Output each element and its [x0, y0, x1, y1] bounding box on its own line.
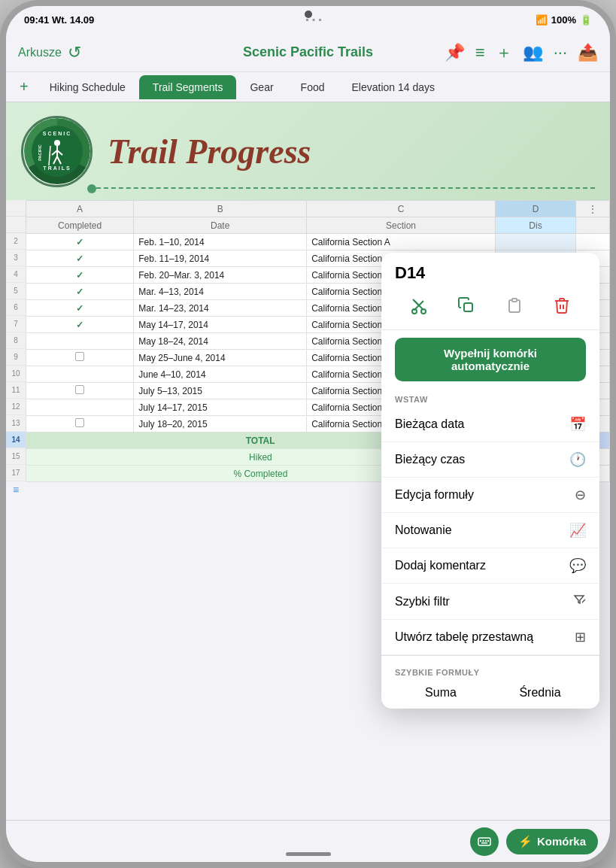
cell-a11[interactable] [26, 383, 134, 399]
more-icon[interactable]: ··· [554, 43, 567, 62]
paste-button[interactable] [498, 289, 531, 322]
menu-item-pivot[interactable]: Utwórz tabelę przestawną ⊞ [381, 620, 599, 655]
col-header-more[interactable]: ⋮ [576, 201, 610, 217]
cell-b12[interactable]: July 14–17, 2015 [134, 399, 307, 416]
pin-icon[interactable]: 📌 [445, 43, 465, 62]
cell-b9[interactable]: May 25–June 4, 2014 [134, 350, 307, 366]
cell-d2[interactable] [495, 234, 575, 250]
row-num-2: 2 [6, 233, 26, 250]
cell-b10[interactable]: June 4–10, 2014 [134, 366, 307, 383]
table-row: ✓ Feb. 1–10, 2014 California Section A [26, 234, 610, 250]
cell-b6[interactable]: Mar. 14–23, 2014 [134, 300, 307, 317]
menu-item-formula[interactable]: Edycja formuły ⊖ [381, 478, 599, 513]
sheet-header: SCENIC TRAILS PACIFIC Trai [6, 102, 610, 200]
cell-a8[interactable] [26, 333, 134, 350]
checkbox-a9[interactable] [75, 352, 84, 361]
home-indicator[interactable] [286, 852, 331, 856]
collaborate-icon[interactable]: 👥 [523, 43, 543, 62]
menu-item-time[interactable]: Bieżący czas 🕐 [381, 442, 599, 478]
formula-average[interactable]: Średnia [494, 686, 586, 700]
toolbar-left: Arkusze ↺ [18, 43, 81, 62]
cell-action-button[interactable]: ⚡ Komórka [506, 829, 598, 854]
toolbar-right: 📌 ≡ ＋ 👥 ··· 📤 [445, 41, 598, 64]
autofill-button[interactable]: Wypełnij komórki automatycznie [395, 338, 586, 381]
checkbox-a13[interactable] [75, 418, 84, 427]
menu-item-chart[interactable]: Notowanie 📈 [381, 513, 599, 548]
formula-icon[interactable]: ≡ [13, 484, 19, 496]
pivot-icon: ⊞ [575, 629, 586, 645]
row-num-7: 7 [6, 316, 26, 332]
menu-item-formula-label: Edycja formuły [395, 488, 474, 502]
row-num-17: 17 [6, 465, 26, 481]
camera-notch [305, 11, 312, 18]
cell-a3[interactable]: ✓ [26, 250, 134, 267]
tab-food[interactable]: Food [287, 75, 338, 99]
col-header-b[interactable]: B [134, 201, 307, 217]
sheet-tabs: + Hiking Schedule Trail Segments Gear Fo… [6, 72, 610, 102]
cell-b8[interactable]: May 18–24, 2014 [134, 333, 307, 350]
cell-a2[interactable]: ✓ [26, 234, 134, 250]
menu-item-filter[interactable]: Szybki filtr [381, 584, 599, 620]
cell-a13[interactable] [26, 416, 134, 432]
col-header-a[interactable]: A [26, 201, 134, 217]
cell-b3[interactable]: Feb. 11–19, 2014 [134, 250, 307, 267]
row-num-5: 5 [6, 283, 26, 299]
delete-button[interactable] [545, 289, 578, 322]
cell-b4[interactable]: Feb. 20–Mar. 3, 2014 [134, 267, 307, 284]
list-icon[interactable]: ≡ [475, 43, 485, 62]
share-icon[interactable]: 📤 [578, 43, 598, 62]
menu-item-comment-label: Dodaj komentarz [395, 559, 486, 572]
cut-button[interactable] [402, 289, 435, 322]
cell-a6[interactable]: ✓ [26, 300, 134, 317]
cell-b11[interactable]: July 5–13, 2015 [134, 383, 307, 399]
cell-b13[interactable]: July 18–20, 2015 [134, 416, 307, 432]
toolbar: Arkusze ↺ Scenic Pacific Trails 📌 ≡ ＋ 👥 … [6, 33, 610, 72]
svg-rect-21 [481, 842, 487, 844]
menu-item-comment[interactable]: Dodaj komentarz 💬 [381, 548, 599, 584]
tab-gear[interactable]: Gear [236, 75, 287, 99]
cell-a7[interactable]: ✓ [26, 317, 134, 333]
add-sheet-button[interactable]: ＋ [496, 41, 512, 64]
row-num-8: 8 [6, 332, 26, 349]
popup-cell-ref: D14 [381, 253, 599, 289]
row-num-14: 14 [6, 432, 26, 448]
quick-formulas-section: SZYBKIE FORMUŁY Suma Średnia [381, 655, 599, 709]
svg-rect-20 [487, 840, 489, 842]
cell-b2[interactable]: Feb. 1–10, 2014 [134, 234, 307, 250]
row-num-12: 12 [6, 399, 26, 415]
checkbox-a11[interactable] [75, 385, 84, 394]
menu-item-date[interactable]: Bieżąca data 📅 [381, 407, 599, 442]
row-num-9: 9 [6, 349, 26, 366]
svg-rect-19 [485, 840, 487, 842]
row-num-13: 13 [6, 415, 26, 432]
cell-b7[interactable]: May 14–17, 2014 [134, 317, 307, 333]
col-label-b: Date [134, 217, 307, 234]
quick-formulas-row: Suma Średnia [381, 680, 599, 709]
col-header-d[interactable]: D [495, 201, 575, 217]
menu-item-date-label: Bieżąca data [395, 417, 465, 431]
svg-line-15 [582, 599, 585, 602]
tab-hiking-schedule[interactable]: Hiking Schedule [36, 75, 139, 99]
undo-button[interactable]: ↺ [68, 43, 81, 62]
add-tab-button[interactable]: + [12, 78, 36, 96]
col-label-d: Dis [495, 217, 575, 234]
svg-text:TRAILS: TRAILS [43, 165, 71, 171]
cell-c2[interactable]: California Section A [307, 234, 496, 250]
sheet-title: Trail Progress [108, 132, 311, 171]
cell-b5[interactable]: Mar. 4–13, 2014 [134, 284, 307, 300]
battery-label: 100% [551, 14, 576, 26]
copy-button[interactable] [450, 289, 483, 322]
col-header-c[interactable]: C [307, 201, 496, 217]
formula-sum[interactable]: Suma [395, 686, 487, 700]
row-num-10: 10 [6, 366, 26, 382]
popup-icon-row [381, 289, 599, 330]
back-button[interactable]: Arkusze [18, 46, 62, 59]
cell-a5[interactable]: ✓ [26, 284, 134, 300]
tab-trail-segments[interactable]: Trail Segments [139, 75, 237, 99]
keyboard-toggle-button[interactable] [470, 827, 499, 856]
cell-a9[interactable] [26, 350, 134, 366]
cell-a12[interactable] [26, 399, 134, 416]
tab-elevation[interactable]: Elevation 14 days [338, 75, 449, 99]
cell-a10[interactable] [26, 366, 134, 383]
cell-a4[interactable]: ✓ [26, 267, 134, 284]
